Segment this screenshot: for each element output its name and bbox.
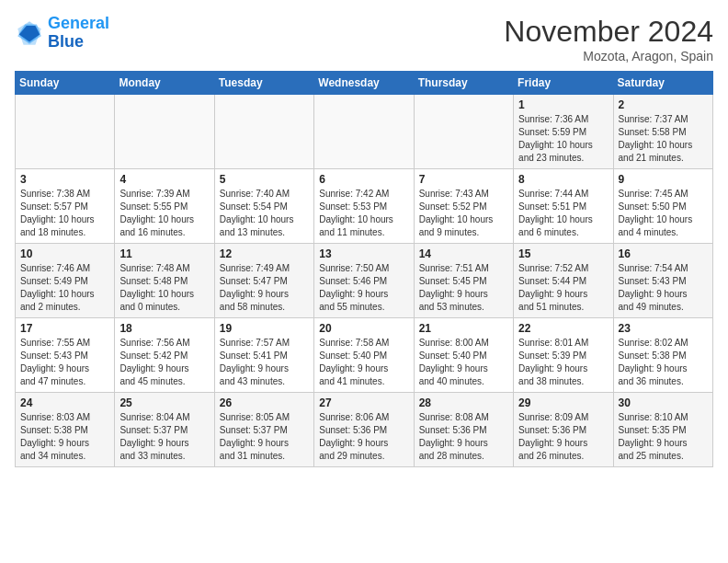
day-info: Sunrise: 8:09 AM Sunset: 5:36 PM Dayligh… xyxy=(518,411,608,463)
col-header-saturday: Saturday xyxy=(613,72,712,95)
day-info: Sunrise: 7:55 AM Sunset: 5:43 PM Dayligh… xyxy=(20,337,109,388)
day-info: Sunrise: 7:48 AM Sunset: 5:48 PM Dayligh… xyxy=(119,262,209,314)
calendar-cell: 25Sunrise: 8:04 AM Sunset: 5:37 PM Dayli… xyxy=(115,393,214,467)
logo-text: General Blue xyxy=(48,15,109,52)
calendar-cell xyxy=(414,95,513,169)
day-info: Sunrise: 7:38 AM Sunset: 5:57 PM Dayligh… xyxy=(20,188,109,239)
calendar-cell: 30Sunrise: 8:10 AM Sunset: 5:35 PM Dayli… xyxy=(613,393,712,467)
day-number: 12 xyxy=(220,247,309,260)
day-number: 10 xyxy=(20,247,109,260)
day-info: Sunrise: 7:37 AM Sunset: 5:58 PM Dayligh… xyxy=(619,113,708,165)
location: Mozota, Aragon, Spain xyxy=(504,49,713,63)
day-info: Sunrise: 8:04 AM Sunset: 5:37 PM Dayligh… xyxy=(119,411,209,463)
day-info: Sunrise: 8:10 AM Sunset: 5:35 PM Dayligh… xyxy=(619,411,708,463)
day-info: Sunrise: 7:42 AM Sunset: 5:53 PM Dayligh… xyxy=(319,188,408,239)
calendar-cell: 12Sunrise: 7:49 AM Sunset: 5:47 PM Dayli… xyxy=(214,244,313,318)
calendar-cell: 9Sunrise: 7:45 AM Sunset: 5:50 PM Daylig… xyxy=(613,169,712,244)
calendar-cell: 1Sunrise: 7:36 AM Sunset: 5:59 PM Daylig… xyxy=(514,95,613,169)
calendar-cell: 8Sunrise: 7:44 AM Sunset: 5:51 PM Daylig… xyxy=(514,169,613,244)
calendar-cell: 16Sunrise: 7:54 AM Sunset: 5:43 PM Dayli… xyxy=(613,244,712,318)
day-number: 9 xyxy=(619,173,708,186)
col-header-thursday: Thursday xyxy=(414,72,513,95)
day-number: 22 xyxy=(518,322,608,335)
calendar-cell: 29Sunrise: 8:09 AM Sunset: 5:36 PM Dayli… xyxy=(514,393,613,467)
day-info: Sunrise: 7:49 AM Sunset: 5:47 PM Dayligh… xyxy=(220,262,309,314)
day-info: Sunrise: 7:45 AM Sunset: 5:50 PM Dayligh… xyxy=(619,188,708,239)
day-info: Sunrise: 8:06 AM Sunset: 5:36 PM Dayligh… xyxy=(319,411,408,463)
day-info: Sunrise: 7:46 AM Sunset: 5:49 PM Dayligh… xyxy=(20,262,109,314)
logo: General Blue xyxy=(15,15,109,52)
col-header-sunday: Sunday xyxy=(16,72,115,95)
col-header-wednesday: Wednesday xyxy=(314,72,414,95)
day-info: Sunrise: 7:50 AM Sunset: 5:46 PM Dayligh… xyxy=(319,262,408,314)
calendar-cell: 14Sunrise: 7:51 AM Sunset: 5:45 PM Dayli… xyxy=(414,244,513,318)
day-info: Sunrise: 8:01 AM Sunset: 5:39 PM Dayligh… xyxy=(518,337,608,388)
col-header-monday: Monday xyxy=(115,72,214,95)
calendar-cell: 17Sunrise: 7:55 AM Sunset: 5:43 PM Dayli… xyxy=(16,318,115,393)
day-number: 24 xyxy=(20,396,109,409)
day-number: 27 xyxy=(319,396,408,409)
day-number: 23 xyxy=(619,322,708,335)
day-number: 29 xyxy=(518,396,608,409)
calendar-cell: 20Sunrise: 7:58 AM Sunset: 5:40 PM Dayli… xyxy=(314,318,414,393)
calendar-table: SundayMondayTuesdayWednesdayThursdayFrid… xyxy=(15,71,713,467)
day-number: 15 xyxy=(518,247,608,260)
calendar-cell: 10Sunrise: 7:46 AM Sunset: 5:49 PM Dayli… xyxy=(16,244,115,318)
day-number: 6 xyxy=(319,173,408,186)
calendar-cell xyxy=(214,95,313,169)
day-number: 18 xyxy=(119,322,209,335)
calendar-cell: 7Sunrise: 7:43 AM Sunset: 5:52 PM Daylig… xyxy=(414,169,513,244)
day-info: Sunrise: 7:57 AM Sunset: 5:41 PM Dayligh… xyxy=(220,337,309,388)
day-number: 25 xyxy=(119,396,209,409)
calendar-cell: 13Sunrise: 7:50 AM Sunset: 5:46 PM Dayli… xyxy=(314,244,414,318)
calendar-cell: 3Sunrise: 7:38 AM Sunset: 5:57 PM Daylig… xyxy=(16,169,115,244)
day-info: Sunrise: 8:00 AM Sunset: 5:40 PM Dayligh… xyxy=(419,337,508,388)
calendar-cell: 26Sunrise: 8:05 AM Sunset: 5:37 PM Dayli… xyxy=(214,393,313,467)
calendar-cell: 11Sunrise: 7:48 AM Sunset: 5:48 PM Dayli… xyxy=(115,244,214,318)
day-number: 26 xyxy=(220,396,309,409)
day-number: 5 xyxy=(220,173,309,186)
month-title: November 2024 xyxy=(504,15,713,49)
day-number: 4 xyxy=(119,173,209,186)
calendar-cell: 19Sunrise: 7:57 AM Sunset: 5:41 PM Dayli… xyxy=(214,318,313,393)
calendar-cell: 15Sunrise: 7:52 AM Sunset: 5:44 PM Dayli… xyxy=(514,244,613,318)
calendar-cell: 22Sunrise: 8:01 AM Sunset: 5:39 PM Dayli… xyxy=(514,318,613,393)
day-number: 28 xyxy=(419,396,508,409)
day-info: Sunrise: 8:08 AM Sunset: 5:36 PM Dayligh… xyxy=(419,411,508,463)
day-number: 1 xyxy=(518,98,608,111)
day-info: Sunrise: 8:05 AM Sunset: 5:37 PM Dayligh… xyxy=(220,411,309,463)
day-number: 3 xyxy=(20,173,109,186)
day-number: 19 xyxy=(220,322,309,335)
day-info: Sunrise: 7:40 AM Sunset: 5:54 PM Dayligh… xyxy=(220,188,309,239)
day-number: 11 xyxy=(119,247,209,260)
calendar-cell: 5Sunrise: 7:40 AM Sunset: 5:54 PM Daylig… xyxy=(214,169,313,244)
day-number: 13 xyxy=(319,247,408,260)
calendar-cell: 24Sunrise: 8:03 AM Sunset: 5:38 PM Dayli… xyxy=(16,393,115,467)
day-info: Sunrise: 7:43 AM Sunset: 5:52 PM Dayligh… xyxy=(419,188,508,239)
day-info: Sunrise: 7:52 AM Sunset: 5:44 PM Dayligh… xyxy=(518,262,608,314)
day-number: 8 xyxy=(518,173,608,186)
day-info: Sunrise: 7:51 AM Sunset: 5:45 PM Dayligh… xyxy=(419,262,508,314)
day-number: 16 xyxy=(619,247,708,260)
calendar-cell: 18Sunrise: 7:56 AM Sunset: 5:42 PM Dayli… xyxy=(115,318,214,393)
day-info: Sunrise: 7:36 AM Sunset: 5:59 PM Dayligh… xyxy=(518,113,608,165)
calendar-cell: 27Sunrise: 8:06 AM Sunset: 5:36 PM Dayli… xyxy=(314,393,414,467)
day-number: 2 xyxy=(619,98,708,111)
day-info: Sunrise: 7:54 AM Sunset: 5:43 PM Dayligh… xyxy=(619,262,708,314)
day-number: 17 xyxy=(20,322,109,335)
day-number: 14 xyxy=(419,247,508,260)
calendar-cell: 23Sunrise: 8:02 AM Sunset: 5:38 PM Dayli… xyxy=(613,318,712,393)
calendar-cell: 2Sunrise: 7:37 AM Sunset: 5:58 PM Daylig… xyxy=(613,95,712,169)
calendar-cell: 28Sunrise: 8:08 AM Sunset: 5:36 PM Dayli… xyxy=(414,393,513,467)
calendar-cell xyxy=(314,95,414,169)
day-info: Sunrise: 8:03 AM Sunset: 5:38 PM Dayligh… xyxy=(20,411,109,463)
page-header: General Blue November 2024 Mozota, Arago… xyxy=(15,15,713,63)
calendar-cell: 21Sunrise: 8:00 AM Sunset: 5:40 PM Dayli… xyxy=(414,318,513,393)
title-block: November 2024 Mozota, Aragon, Spain xyxy=(504,15,713,63)
calendar-cell: 6Sunrise: 7:42 AM Sunset: 5:53 PM Daylig… xyxy=(314,169,414,244)
calendar-cell: 4Sunrise: 7:39 AM Sunset: 5:55 PM Daylig… xyxy=(115,169,214,244)
col-header-friday: Friday xyxy=(514,72,613,95)
calendar-cell xyxy=(115,95,214,169)
calendar-cell xyxy=(16,95,115,169)
day-info: Sunrise: 7:44 AM Sunset: 5:51 PM Dayligh… xyxy=(518,188,608,239)
